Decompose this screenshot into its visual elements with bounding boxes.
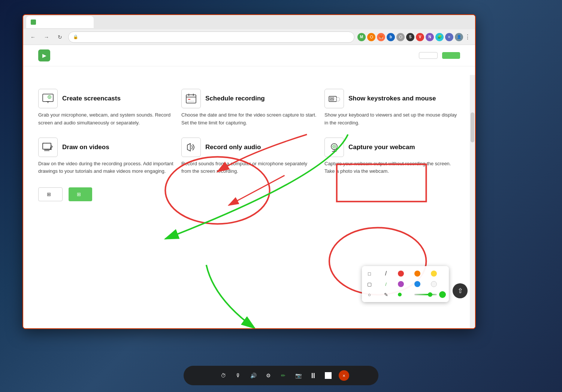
- color-green[interactable]: [439, 291, 446, 298]
- feature-keystrokes: Show keystrokes and mouse Show your keyb…: [324, 89, 460, 127]
- keystrokes-desc: Show your keyboard to viewers and set up…: [324, 111, 460, 127]
- feature-schedule-header: Schedule recording: [181, 89, 317, 108]
- rectangle-tool[interactable]: □: [365, 269, 374, 278]
- rounded-rect-tool[interactable]: ▢: [365, 280, 374, 289]
- tab-bar: [26, 16, 463, 28]
- audio-desc: Record sounds from a computer or microph…: [181, 160, 317, 176]
- ext-icon-9[interactable]: 🧩: [435, 33, 444, 41]
- back-button[interactable]: ←: [28, 32, 38, 42]
- security-lock-icon: 🔒: [73, 34, 78, 39]
- svg-rect-14: [330, 99, 334, 100]
- site-navigation: ▶: [23, 45, 475, 66]
- schedule-icon: [181, 89, 201, 108]
- feature-webcam-header: Capture your webcam: [324, 138, 460, 157]
- diagonal-line-tool[interactable]: /: [381, 269, 390, 278]
- ext-icon-1[interactable]: M: [357, 33, 366, 41]
- windows-icon-2: ⊞: [77, 192, 81, 197]
- ext-icon-3[interactable]: 🦊: [377, 33, 385, 41]
- feature-screencasts-header: Create screencasts: [38, 89, 174, 108]
- url-bar[interactable]: 🔒: [68, 31, 354, 43]
- feature-keystrokes-header: Show keystrokes and mouse: [324, 89, 460, 108]
- forward-button[interactable]: →: [41, 32, 52, 42]
- webcam-title: Capture your webcam: [348, 143, 415, 151]
- profile-icon[interactable]: 👤: [455, 33, 463, 41]
- camera-icon[interactable]: 📷: [294, 371, 303, 380]
- ext-icon-4[interactable]: b: [387, 33, 395, 41]
- color-orange[interactable]: [414, 271, 420, 277]
- site-logo[interactable]: ▶: [38, 49, 53, 61]
- reload-button[interactable]: ↻: [55, 32, 65, 42]
- settings-icon[interactable]: ⚙: [264, 371, 273, 380]
- svg-point-23: [334, 146, 335, 147]
- browser-menu-button[interactable]: ⋮: [465, 33, 471, 40]
- slider-thumb[interactable]: [428, 292, 432, 297]
- pause-icon[interactable]: ⏸: [309, 371, 318, 380]
- scrollbar-thumb[interactable]: [471, 112, 474, 142]
- bottom-buy-button[interactable]: ⊞: [69, 187, 92, 201]
- feature-audio: Record only audio Record sounds from a c…: [181, 138, 317, 176]
- keystrokes-icon: [324, 89, 344, 108]
- keystrokes-title: Show keystrokes and mouse: [348, 94, 436, 103]
- color-red[interactable]: [398, 271, 404, 277]
- drawing-tools-panel: □ / ▢ / ○ ✎: [362, 266, 449, 302]
- windows-icon: ⊞: [47, 192, 51, 197]
- color-purple[interactable]: [398, 281, 404, 287]
- bottom-buttons: ⊞ ⊞: [38, 187, 460, 201]
- page-content: ▶: [23, 45, 475, 328]
- speaker-icon[interactable]: 🔊: [249, 371, 258, 380]
- circle-tool[interactable]: ○: [365, 290, 374, 299]
- screencasts-desc: Grab your microphone, webcam, and system…: [38, 111, 174, 127]
- browser-window: ← → ↻ 🔒 M ⬡ 🦊 b ⬡ S V N 🧩 ≡ 👤 ⋮ ▶: [22, 14, 476, 329]
- svg-rect-17: [43, 143, 51, 149]
- color-white[interactable]: [431, 281, 437, 287]
- schedule-desc: Choose the date and time for the video s…: [181, 111, 317, 127]
- svg-rect-13: [332, 97, 334, 99]
- feature-screencasts: Create screencasts Grab your microphone,…: [38, 89, 174, 127]
- webcam-icon: [324, 138, 344, 157]
- bottom-download-button[interactable]: ⊞: [38, 187, 63, 201]
- ext-icon-2[interactable]: ⬡: [367, 33, 375, 41]
- eraser-tool[interactable]: ✎: [381, 290, 390, 299]
- svg-rect-5: [186, 95, 196, 103]
- ext-icon-10[interactable]: ≡: [445, 33, 453, 41]
- size-slider[interactable]: [414, 294, 437, 295]
- tab-close-button[interactable]: [83, 19, 89, 25]
- close-recording-button[interactable]: ×: [339, 370, 349, 381]
- active-tab[interactable]: [26, 16, 94, 28]
- feature-draw-header: Draw on videos: [38, 138, 174, 157]
- new-tab-button[interactable]: [95, 17, 106, 27]
- svg-marker-20: [187, 144, 190, 151]
- timer-icon[interactable]: ⏱: [219, 371, 228, 380]
- ext-icon-6[interactable]: S: [406, 33, 414, 41]
- features-grid: Create screencasts Grab your microphone,…: [38, 89, 460, 175]
- audio-icon: [181, 138, 201, 157]
- buy-now-button[interactable]: [442, 52, 460, 59]
- ext-icon-5[interactable]: ⬡: [396, 33, 405, 41]
- address-bar: ← → ↻ 🔒 M ⬡ 🦊 b ⬡ S V N 🧩 ≡ 👤 ⋮: [23, 29, 475, 45]
- color-yellow[interactable]: [431, 271, 437, 277]
- screencasts-icon: [38, 89, 58, 108]
- webcam-desc: Capture your webcam output without recor…: [324, 160, 460, 176]
- feature-draw: Draw on videos Draw on the video during …: [38, 138, 174, 176]
- feature-schedule: Schedule recording Choose the date and t…: [181, 89, 317, 127]
- draw-desc: Draw on the video during the recording p…: [38, 160, 174, 176]
- tab-favicon: [31, 19, 36, 25]
- feature-audio-header: Record only audio: [181, 138, 317, 157]
- chevron-up-icon: ⇧: [457, 287, 463, 295]
- draw-icon: [38, 138, 58, 157]
- scroll-to-top-button[interactable]: ⇧: [453, 283, 468, 298]
- ext-icon-8[interactable]: N: [426, 33, 434, 41]
- mic-icon[interactable]: 🎙: [234, 371, 243, 380]
- color-dot-small[interactable]: [398, 293, 402, 296]
- svg-rect-16: [43, 143, 51, 149]
- pen-tool[interactable]: /: [381, 280, 390, 289]
- nav-actions: [419, 52, 460, 59]
- stop-icon[interactable]: [324, 371, 333, 380]
- ext-icon-7[interactable]: V: [416, 33, 424, 41]
- scrollbar-track: [470, 75, 475, 328]
- download-button[interactable]: [419, 52, 438, 59]
- pen-annotation-icon[interactable]: ✏: [279, 371, 288, 380]
- draw-title: Draw on videos: [62, 143, 109, 151]
- svg-point-4: [49, 97, 50, 98]
- color-blue[interactable]: [414, 281, 420, 287]
